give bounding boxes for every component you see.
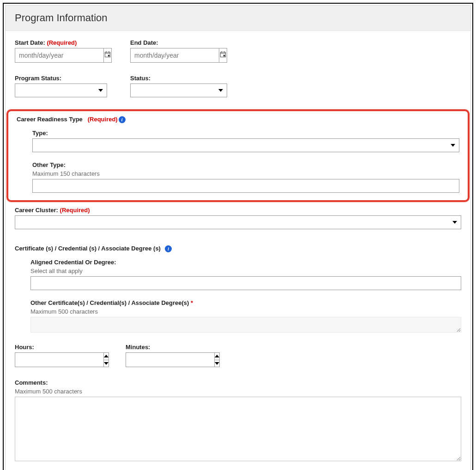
hours-input[interactable]: [15, 352, 103, 367]
minutes-decrement-button[interactable]: [215, 360, 219, 367]
minutes-increment-button[interactable]: [215, 353, 219, 360]
chevron-up-icon: [104, 355, 108, 357]
minutes-label: Minutes:: [126, 344, 218, 351]
program-status-select[interactable]: [15, 83, 107, 97]
other-certificate-asterisk: *: [191, 299, 193, 306]
chevron-down-icon: [452, 221, 457, 224]
svg-rect-9: [223, 55, 225, 57]
other-certificate-label-text: Other Certificate(s) / Credential(s) / A…: [30, 299, 189, 306]
aligned-credential-label: Aligned Credential Or Degree:: [30, 259, 461, 266]
other-type-helper: Maximum 150 characters: [32, 170, 459, 177]
certificate-section-title: Certificate (s) / Credential (s) / Assoc…: [15, 245, 461, 252]
status-select[interactable]: [130, 83, 227, 97]
calendar-icon: [220, 51, 226, 59]
info-icon[interactable]: i: [119, 116, 126, 123]
hours-label: Hours:: [15, 344, 107, 351]
career-cluster-select[interactable]: [15, 215, 461, 229]
career-readiness-required: (Required): [88, 116, 118, 123]
other-certificate-textarea[interactable]: [30, 317, 461, 333]
chevron-up-icon: [215, 355, 219, 357]
aligned-credential-helper: Select all that apply: [30, 268, 461, 274]
hours-decrement-button[interactable]: [104, 360, 108, 367]
career-readiness-title-text: Career Readiness Type: [17, 116, 83, 123]
comments-label: Comments:: [15, 379, 461, 386]
svg-rect-8: [224, 51, 224, 53]
aligned-credential-input[interactable]: [30, 276, 461, 290]
other-type-label: Other Type:: [32, 161, 459, 168]
chevron-down-icon: [98, 89, 103, 92]
career-readiness-highlight: Career Readiness Type (Required)i Type: …: [6, 109, 470, 202]
career-cluster-label: Career Cluster: (Required): [15, 207, 461, 214]
chevron-down-icon: [215, 362, 219, 365]
type-label: Type:: [32, 130, 459, 137]
end-date-label: End Date:: [130, 39, 227, 46]
other-certificate-helper: Maximum 500 characters: [30, 308, 461, 315]
svg-rect-3: [108, 51, 109, 53]
certificate-section-text: Certificate (s) / Credential (s) / Assoc…: [15, 245, 161, 252]
career-readiness-title: Career Readiness Type (Required)i: [17, 116, 459, 123]
start-date-label-text: Start Date:: [15, 39, 45, 46]
calendar-icon: [104, 51, 111, 59]
other-type-input[interactable]: [32, 179, 459, 193]
career-cluster-required: (Required): [60, 207, 90, 214]
info-icon[interactable]: i: [165, 245, 172, 252]
other-certificate-label: Other Certificate(s) / Credential(s) / A…: [30, 299, 461, 306]
start-date-label: Start Date: (Required): [15, 39, 112, 46]
start-date-input[interactable]: [15, 48, 103, 63]
hours-increment-button[interactable]: [104, 353, 108, 360]
career-cluster-label-text: Career Cluster:: [15, 207, 58, 214]
comments-helper: Maximum 500 characters: [15, 388, 461, 395]
chevron-down-icon: [218, 89, 223, 92]
end-date-picker-button[interactable]: [219, 48, 227, 63]
chevron-down-icon: [104, 362, 108, 365]
status-label: Status:: [130, 75, 227, 82]
comments-textarea[interactable]: [15, 397, 461, 461]
type-select[interactable]: [32, 138, 459, 152]
chevron-down-icon: [451, 144, 455, 147]
start-date-required: (Required): [47, 39, 77, 46]
program-status-label: Program Status:: [15, 75, 112, 82]
minutes-input[interactable]: [126, 352, 214, 367]
svg-rect-7: [222, 51, 222, 53]
svg-rect-4: [108, 55, 110, 57]
svg-rect-2: [106, 51, 107, 53]
end-date-input[interactable]: [130, 48, 219, 63]
start-date-picker-button[interactable]: [103, 48, 112, 63]
page-title: Program Information: [6, 6, 470, 31]
